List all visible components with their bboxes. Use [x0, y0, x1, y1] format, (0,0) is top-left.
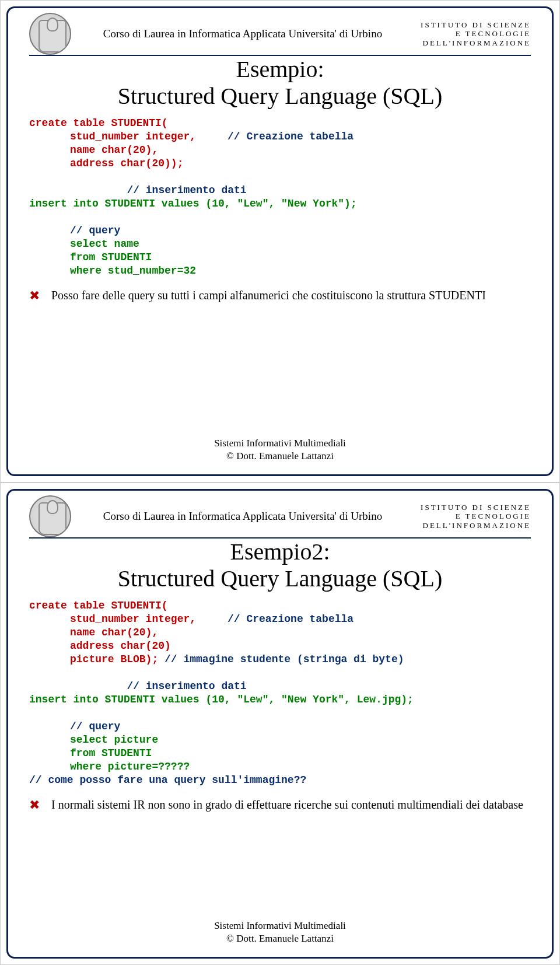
code-l5b: // immagine studente (stringa di byte) — [164, 653, 404, 665]
title-line1: Esempio: — [29, 56, 531, 83]
code-l2a: stud_number integer, — [70, 613, 196, 625]
title-line2: Structured Query Language (SQL) — [29, 565, 531, 592]
slide-footer: Sistemi Informativi Multimediali © Dott.… — [8, 919, 552, 945]
institute-logo: ISTITUTO DI SCIENZE E TECNOLOGIE DELL'IN… — [414, 503, 531, 530]
slide-header: Corso di Laurea in Informatica Applicata… — [29, 13, 531, 56]
institute-line1: ISTITUTO DI SCIENZE — [414, 503, 531, 512]
code-l11: where picture=????? — [29, 760, 531, 774]
course-line: Corso di Laurea in Informatica Applicata… — [103, 510, 382, 522]
code-l9: select picture — [29, 733, 531, 747]
code-l6: // inserimento dati — [29, 680, 344, 693]
code-l7: // query — [29, 224, 531, 237]
code-l5a: picture BLOB); — [70, 653, 158, 665]
code-l1: create table STUDENTI( — [29, 600, 168, 611]
institute-line1: ISTITUTO DI SCIENZE — [414, 20, 531, 30]
slide-1: Corso di Laurea in Informatica Applicata… — [0, 0, 560, 482]
code-l10: where stud_number=32 — [29, 264, 531, 278]
code-block: create table STUDENTI( stud_number integ… — [29, 599, 531, 787]
code-l4: address char(20)); — [29, 157, 531, 170]
code-l10: from STUDENTI — [29, 747, 531, 760]
code-block: create table STUDENTI( stud_number integ… — [29, 117, 531, 278]
footer-l1: Sistemi Informativi Multimediali — [8, 919, 552, 932]
code-l9: from STUDENTI — [29, 251, 531, 264]
code-l6: insert into STUDENTI values (10, "Lew", … — [29, 198, 357, 209]
university-logo-icon — [29, 495, 71, 537]
bullet-item: ✖ I normali sistemi IR non sono in grado… — [29, 798, 531, 813]
footer-l2: © Dott. Emanuele Lattanzi — [8, 932, 552, 945]
institute-line2: E TECNOLOGIE — [414, 29, 531, 39]
slide-header: Corso di Laurea in Informatica Applicata… — [29, 495, 531, 539]
course-line: Corso di Laurea in Informatica Applicata… — [103, 27, 382, 40]
course-title: Corso di Laurea in Informatica Applicata… — [71, 504, 414, 529]
code-l3: name char(20), — [29, 626, 531, 639]
code-l5: // inserimento dati — [29, 184, 344, 197]
code-l7: insert into STUDENTI values (10, "Lew", … — [29, 694, 414, 705]
slide-frame: Corso di Laurea in Informatica Applicata… — [6, 489, 554, 959]
footer-l2: © Dott. Emanuele Lattanzi — [8, 450, 552, 463]
footer-l1: Sistemi Informativi Multimediali — [8, 437, 552, 450]
code-l8: // query — [29, 720, 531, 733]
institute-logo: ISTITUTO DI SCIENZE E TECNOLOGIE DELL'IN… — [414, 20, 531, 48]
title-line2: Structured Query Language (SQL) — [29, 83, 531, 110]
code-l1: create table STUDENTI( — [29, 117, 168, 129]
bullet-text: I normali sistemi IR non sono in grado d… — [51, 798, 523, 812]
code-l2a: stud_number integer, — [70, 131, 196, 142]
header-left — [29, 13, 71, 55]
institute-line3: DELL'INFORMAZIONE — [414, 521, 531, 530]
code-l2b: // Creazione tabella — [228, 613, 354, 625]
code-l12: // come posso fare una query sull'immagi… — [29, 774, 306, 786]
institute-line3: DELL'INFORMAZIONE — [414, 39, 531, 48]
code-l2b: // Creazione tabella — [228, 131, 354, 142]
course-title: Corso di Laurea in Informatica Applicata… — [71, 22, 414, 46]
header-left — [29, 495, 71, 537]
bullet-item: ✖ Posso fare delle query su tutti i camp… — [29, 288, 531, 303]
slide-title: Esempio2: Structured Query Language (SQL… — [29, 539, 531, 592]
university-logo-icon — [29, 13, 71, 55]
code-l4: address char(20) — [29, 639, 531, 653]
bullet-icon: ✖ — [29, 288, 42, 303]
slide-title: Esempio: Structured Query Language (SQL) — [29, 56, 531, 110]
slide-2: Corso di Laurea in Informatica Applicata… — [0, 482, 560, 965]
slide-footer: Sistemi Informativi Multimediali © Dott.… — [8, 437, 552, 463]
code-l3: name char(20), — [29, 144, 531, 157]
title-line1: Esempio2: — [29, 539, 531, 565]
bullet-text: Posso fare delle query su tutti i campi … — [51, 288, 486, 303]
slide-frame: Corso di Laurea in Informatica Applicata… — [6, 6, 554, 476]
bullet-icon: ✖ — [29, 798, 42, 813]
institute-line2: E TECNOLOGIE — [414, 512, 531, 521]
code-l8: select name — [29, 237, 531, 251]
